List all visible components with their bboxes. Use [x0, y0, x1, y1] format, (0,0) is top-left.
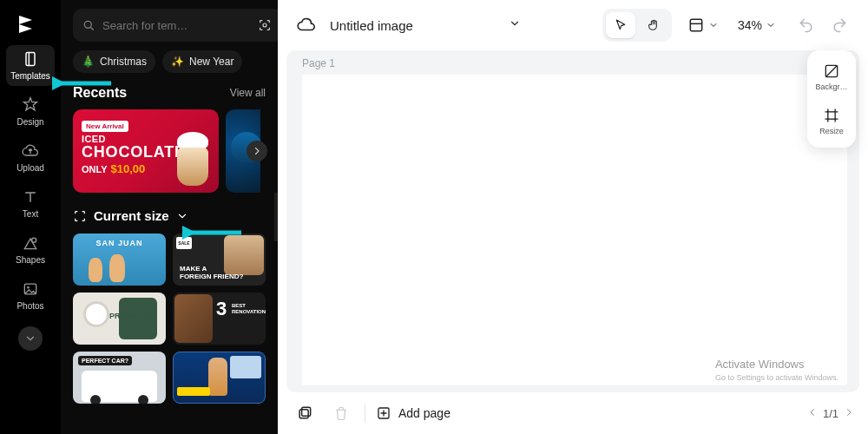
chip-christmas[interactable]: 🎄Christmas	[73, 50, 155, 73]
panel-collapse-handle[interactable]	[274, 193, 278, 241]
background-tool[interactable]: Backgr…	[811, 57, 852, 96]
nav-photos[interactable]: Photos	[6, 275, 55, 316]
delete-page-button[interactable]	[328, 400, 354, 426]
main-area: 34% Backgr… Resize Page 1	[278, 0, 868, 434]
undo-button[interactable]	[792, 10, 821, 40]
svg-point-4	[84, 21, 91, 28]
template-card[interactable]: SAN JUAN	[73, 233, 166, 286]
svg-rect-6	[690, 19, 701, 30]
templates-panel: 🎄Christmas ✨New Year Recents View all Ne…	[61, 0, 278, 434]
hand-tool[interactable]	[639, 12, 668, 38]
nav-item-label: Photos	[16, 301, 43, 311]
nav-text[interactable]: Text	[6, 183, 55, 224]
nav-rail: Templates Design Upload Text Shapes Phot…	[0, 0, 61, 434]
search-icon	[82, 18, 95, 32]
template-card[interactable]: SALE MAKE AFOREIGN FRIEND?	[173, 233, 266, 286]
nav-templates[interactable]: Templates	[6, 45, 55, 86]
redo-button[interactable]	[825, 10, 854, 40]
layout-dropdown[interactable]	[687, 16, 719, 34]
svg-rect-12	[302, 407, 311, 416]
template-card[interactable]: PROMOTION	[73, 293, 166, 345]
search-input[interactable]	[102, 19, 248, 32]
nav-item-label: Shapes	[16, 255, 45, 265]
svg-rect-11	[299, 410, 308, 418]
template-card[interactable]: PERFECT CAR?	[73, 352, 166, 404]
view-all-link[interactable]: View all	[230, 87, 266, 99]
topbar: 34%	[278, 0, 868, 50]
nav-item-label: Text	[23, 209, 38, 219]
template-card[interactable]: 3BEST RENOVATIONS	[173, 293, 266, 345]
cloud-save-button[interactable]	[292, 10, 321, 40]
svg-point-5	[263, 23, 266, 27]
separator	[365, 404, 365, 423]
title-dropdown[interactable]	[503, 12, 526, 38]
nav-more-button[interactable]	[18, 326, 43, 351]
svg-point-1	[32, 238, 36, 242]
pages-panel-button[interactable]	[292, 400, 318, 426]
chevron-down-icon	[766, 20, 776, 30]
nav-shapes[interactable]: Shapes	[6, 229, 55, 270]
nav-item-label: Design	[16, 117, 43, 127]
zoom-dropdown[interactable]: 34%	[734, 18, 776, 32]
chevron-down-icon	[176, 210, 188, 222]
scan-icon[interactable]	[255, 16, 274, 35]
page-canvas[interactable]	[302, 75, 847, 385]
scroll-next-button[interactable]	[247, 141, 267, 161]
svg-rect-8	[828, 112, 835, 119]
right-tool-panel: Backgr… Resize	[807, 50, 856, 148]
nav-item-label: Templates	[10, 71, 50, 81]
search-box[interactable]	[73, 9, 278, 42]
chip-newyear[interactable]: ✨New Year	[162, 50, 242, 73]
page-counter: 1/1	[807, 407, 854, 420]
svg-point-3	[27, 286, 30, 289]
brand-logo[interactable]	[11, 9, 49, 40]
recents-title: Recents	[73, 85, 127, 101]
select-tool[interactable]	[606, 12, 635, 38]
pointer-tool-group	[602, 9, 672, 42]
page-label: Page 1	[302, 57, 335, 69]
add-page-button[interactable]: Add page	[376, 405, 450, 421]
current-size-dropdown[interactable]: Current size	[73, 208, 266, 223]
template-card[interactable]: New Arrival ICED CHOCOLATE ONLY$10,00	[73, 109, 219, 193]
document-title-input[interactable]	[330, 18, 495, 33]
next-page-button[interactable]	[844, 407, 854, 420]
nav-item-label: Upload	[16, 163, 44, 173]
prev-page-button[interactable]	[807, 407, 818, 420]
svg-rect-0	[26, 53, 35, 66]
canvas-viewport[interactable]: Page 1 Activate Windows Go to Settings t…	[286, 50, 859, 392]
crop-icon	[73, 209, 87, 223]
watermark-text: Activate Windows Go to Settings to activ…	[715, 357, 838, 384]
nav-upload[interactable]: Upload	[6, 137, 55, 178]
template-card[interactable]	[173, 352, 266, 404]
nav-design[interactable]: Design	[6, 91, 55, 132]
chevron-down-icon	[708, 20, 719, 30]
resize-tool[interactable]: Resize	[811, 102, 852, 141]
cup-illustration	[170, 130, 215, 189]
bottombar: Add page 1/1	[278, 392, 868, 434]
